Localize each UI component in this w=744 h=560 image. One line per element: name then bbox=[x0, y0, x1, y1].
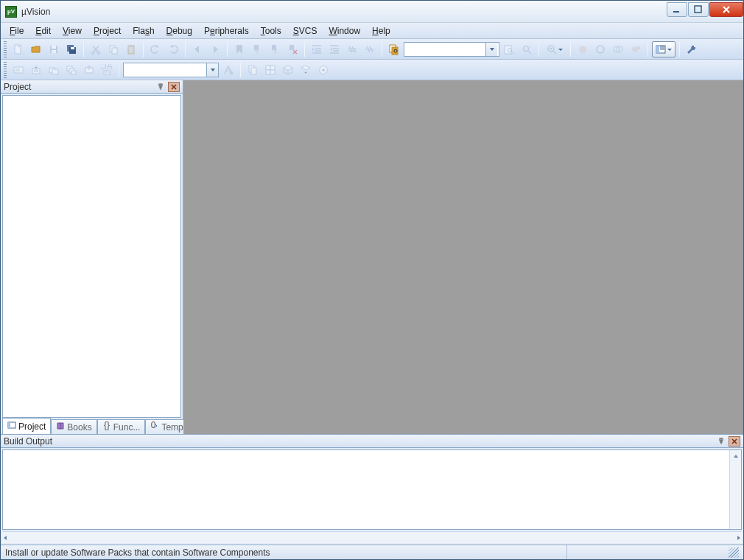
dropdown-icon[interactable] bbox=[206, 63, 218, 77]
download-button[interactable]: LOAD bbox=[99, 62, 115, 78]
toolbar-grip[interactable] bbox=[4, 62, 7, 78]
paste-icon bbox=[125, 43, 137, 55]
build-panel-title: Build Output bbox=[4, 436, 714, 447]
navback-icon bbox=[192, 43, 203, 55]
select-packs-button[interactable] bbox=[280, 62, 296, 78]
toolbar-separator bbox=[570, 42, 571, 57]
horizontal-scrollbar[interactable] bbox=[2, 531, 742, 543]
rebuild-icon bbox=[48, 64, 60, 76]
multi-icon bbox=[264, 64, 276, 76]
close-button[interactable] bbox=[709, 2, 743, 17]
find-in-files-button[interactable] bbox=[386, 41, 402, 57]
configure-button[interactable] bbox=[684, 41, 700, 57]
scroll-left-icon[interactable] bbox=[2, 533, 8, 543]
toolbar-grip[interactable] bbox=[4, 41, 7, 57]
open-file-button[interactable] bbox=[28, 41, 44, 57]
pack-installer-button[interactable] bbox=[298, 62, 314, 78]
outdent-button[interactable] bbox=[326, 41, 343, 57]
file-extensions-button[interactable] bbox=[245, 62, 261, 78]
tab-project[interactable]: Project bbox=[2, 418, 51, 434]
redo-icon bbox=[167, 43, 179, 55]
bookmark-toggle-button[interactable] bbox=[231, 41, 248, 57]
breakpoint-insert-button[interactable] bbox=[575, 41, 591, 57]
menu-window[interactable]: Window bbox=[323, 24, 366, 38]
menubar: FileEditViewProjectFlashDebugPeripherals… bbox=[1, 23, 743, 39]
pin-button[interactable] bbox=[155, 82, 166, 92]
build-button[interactable] bbox=[28, 62, 44, 78]
close-panel-button[interactable] bbox=[168, 82, 180, 92]
copy-button[interactable] bbox=[105, 41, 122, 57]
menu-debug[interactable]: Debug bbox=[161, 24, 198, 38]
menu-edit[interactable]: Edit bbox=[29, 24, 57, 38]
build-icon bbox=[30, 64, 42, 76]
build-panel-header: Build Output bbox=[1, 435, 743, 448]
dropdown-icon[interactable] bbox=[485, 43, 497, 56]
menu-flash[interactable]: Flash bbox=[127, 24, 160, 38]
new-file-button[interactable] bbox=[10, 41, 27, 57]
breakpoint-enable-button[interactable] bbox=[592, 41, 608, 57]
project-tabs: ProjectBooks{}Func...0Temp... bbox=[1, 418, 183, 434]
save-all-button[interactable] bbox=[63, 41, 80, 57]
scroll-right-icon[interactable] bbox=[736, 533, 742, 543]
breakpoint-disable-button[interactable] bbox=[610, 41, 626, 57]
scroll-up-icon[interactable] bbox=[730, 450, 741, 462]
target-combo[interactable] bbox=[123, 63, 219, 77]
options-icon bbox=[222, 64, 234, 76]
tab-label: Func... bbox=[113, 422, 141, 433]
editor-area[interactable] bbox=[183, 80, 743, 434]
menu-svcs[interactable]: SVCS bbox=[287, 24, 323, 38]
save-button[interactable] bbox=[46, 41, 62, 57]
minimize-button[interactable] bbox=[667, 2, 687, 17]
debug-start-button[interactable] bbox=[543, 41, 566, 57]
stop-build-button[interactable] bbox=[81, 62, 97, 78]
menu-peripherals[interactable]: Peripherals bbox=[198, 24, 255, 38]
chevron-down-icon bbox=[667, 43, 673, 55]
find-button[interactable] bbox=[501, 41, 517, 57]
manage-rte-button[interactable] bbox=[315, 62, 331, 78]
tab-books[interactable]: Books bbox=[51, 419, 96, 434]
translate-button[interactable] bbox=[10, 62, 27, 78]
find-combo[interactable] bbox=[404, 42, 499, 57]
menu-view[interactable]: View bbox=[57, 24, 88, 38]
tab-func[interactable]: {}Func... bbox=[97, 419, 146, 434]
bookmark-next-button[interactable] bbox=[267, 41, 283, 57]
menu-file[interactable]: File bbox=[4, 24, 29, 38]
toolbar-separator bbox=[227, 42, 228, 57]
open-icon bbox=[30, 43, 42, 55]
rebuild-button[interactable] bbox=[46, 62, 62, 78]
maximize-button[interactable] bbox=[688, 2, 709, 17]
batch-build-button[interactable] bbox=[63, 62, 80, 78]
target-options-button[interactable] bbox=[220, 62, 236, 78]
resize-grip-icon[interactable] bbox=[729, 547, 739, 558]
vertical-scrollbar[interactable] bbox=[729, 450, 741, 529]
build-output-panel: Build Output bbox=[1, 434, 743, 545]
uncomment-icon bbox=[364, 43, 376, 55]
uncomment-button[interactable] bbox=[362, 41, 378, 57]
titlebar: µV µVision bbox=[1, 1, 743, 23]
nav-fwd-button[interactable] bbox=[207, 41, 223, 57]
pin-button[interactable] bbox=[715, 436, 727, 447]
bookmark-prev-button[interactable] bbox=[249, 41, 265, 57]
bookmark-clear-button[interactable] bbox=[284, 41, 301, 57]
cut-button[interactable] bbox=[88, 41, 104, 57]
window-title: µVision bbox=[21, 7, 667, 17]
close-panel-button[interactable] bbox=[729, 436, 740, 447]
menu-tools[interactable]: Tools bbox=[255, 24, 287, 38]
paste-button[interactable] bbox=[123, 41, 139, 57]
indent-button[interactable] bbox=[309, 41, 325, 57]
redo-button[interactable] bbox=[165, 41, 181, 57]
menu-project[interactable]: Project bbox=[88, 24, 127, 38]
breakpoint-kill-button[interactable] bbox=[628, 41, 644, 57]
svg-point-47 bbox=[322, 69, 325, 71]
menu-help[interactable]: Help bbox=[366, 24, 396, 38]
window-layout-button[interactable] bbox=[652, 41, 675, 57]
nav-back-button[interactable] bbox=[189, 41, 206, 57]
find-input[interactable] bbox=[404, 43, 485, 55]
project-tree[interactable] bbox=[2, 95, 181, 418]
incremental-find-button[interactable] bbox=[519, 41, 535, 57]
comment-button[interactable] bbox=[344, 41, 360, 57]
undo-button[interactable] bbox=[147, 41, 164, 57]
svg-rect-4 bbox=[52, 46, 56, 49]
manage-multi-button[interactable] bbox=[262, 62, 278, 78]
build-output-body[interactable] bbox=[2, 449, 742, 530]
